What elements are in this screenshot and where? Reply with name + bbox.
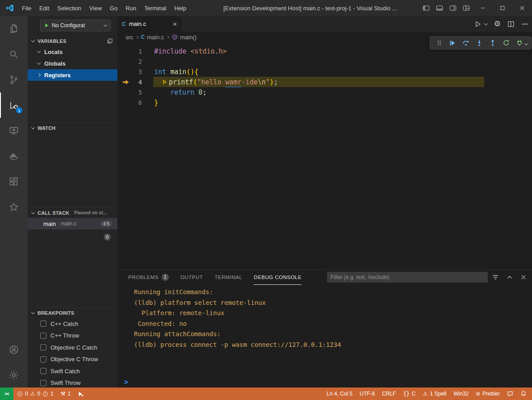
editor-actions: ⚙ [474, 16, 528, 32]
menu-go[interactable]: Go [106, 3, 121, 13]
menu-terminal[interactable]: Terminal [140, 3, 170, 13]
debug-config-dropdown[interactable]: No Configurat [40, 20, 111, 31]
activity-settings[interactable] [0, 362, 28, 388]
checkbox[interactable] [40, 344, 46, 350]
breadcrumb-main-c[interactable]: Cmain.c [141, 34, 164, 41]
c-file-icon: C [141, 34, 145, 40]
activity-accounts[interactable] [0, 337, 28, 362]
code-line[interactable]: 4 printf("hello wamr-ide\n"); [117, 77, 532, 87]
prettier-status[interactable]: ⊘Prettier [472, 388, 503, 400]
split-editor-button[interactable] [507, 21, 515, 28]
toggle-sidebar-button[interactable] [419, 0, 433, 16]
code-editor[interactable]: 1#include <stdio.h>23int main(){4 printf… [117, 42, 532, 269]
breadcrumb-main[interactable]: main() [172, 34, 197, 41]
breakpoint-swift-throw[interactable]: Swift Throw [28, 377, 117, 388]
debug-restart-button[interactable] [500, 38, 512, 48]
eol-selector[interactable]: CRLF [378, 388, 399, 400]
code-line[interactable]: 6} [117, 97, 532, 108]
language-mode[interactable]: {}C [400, 388, 419, 400]
maximize-button[interactable] [493, 0, 512, 16]
close-window-button[interactable] [512, 0, 532, 16]
breakpoint-objective-c-throw[interactable]: Objective C Throw [28, 354, 117, 366]
activity-extensions[interactable] [0, 169, 28, 194]
tools-count[interactable]: ⚒1 [57, 388, 74, 400]
remote-indicator[interactable]: >< [0, 388, 13, 400]
debug-disconnect-button[interactable] [513, 38, 525, 48]
menu-help[interactable]: Help [170, 3, 190, 13]
code-text: return 0; [142, 88, 206, 96]
customize-layout-button[interactable] [460, 0, 473, 16]
console-line: (lldb) platform select remote-linux [134, 298, 532, 308]
warning-icon: ⚠ [30, 391, 35, 397]
activity-explorer[interactable] [0, 16, 28, 42]
variables-scope-locals[interactable]: Locals [28, 46, 117, 58]
close-panel-button[interactable] [520, 274, 527, 280]
code-line[interactable]: 3int main(){ [117, 67, 532, 77]
breakpoints-section-header[interactable]: BREAKPOINTS [28, 308, 117, 318]
run-button[interactable] [474, 21, 482, 28]
menu-file[interactable]: File [18, 3, 35, 13]
variables-scope-registers[interactable]: Registers [28, 69, 117, 81]
activity-remote-explorer[interactable] [0, 118, 28, 143]
debug-step-into-button[interactable] [473, 38, 485, 48]
activity-source-control[interactable] [0, 67, 28, 92]
settings-gear-button[interactable]: ⚙ [494, 20, 501, 28]
checkbox[interactable] [40, 356, 46, 362]
console-filter-input[interactable] [327, 272, 488, 283]
menu-selection[interactable]: Selection [53, 3, 85, 13]
toggle-secondary-sidebar-button[interactable] [446, 0, 460, 16]
panel-tab-problems[interactable]: PROBLEMS1 [128, 270, 169, 285]
variables-section-header[interactable]: VARIABLES [28, 36, 117, 46]
problems-status[interactable]: 0⚠01 [13, 388, 57, 400]
checkbox[interactable] [40, 380, 46, 386]
filter-lines-button[interactable] [492, 274, 499, 281]
encoding-selector[interactable]: UTF-8 [356, 388, 378, 400]
call-stack-section-header[interactable]: CALL STACK Paused on st... [28, 208, 117, 218]
breadcrumb-label: main() [180, 34, 197, 41]
watch-section-header[interactable]: WATCH [28, 123, 117, 133]
breakpoint-gutter[interactable] [117, 79, 134, 85]
activity-run-and-debug[interactable]: 1 [0, 92, 28, 118]
stack-frame-row[interactable]: main main.c 4:5 [28, 218, 117, 229]
spell-checker-status[interactable]: ⚠1 Spell [419, 388, 450, 400]
toggle-panel-button[interactable] [433, 0, 446, 16]
maximize-panel-button[interactable] [507, 274, 513, 280]
code-text: printf("hello wamr-ide\n"); [142, 78, 278, 86]
breadcrumb-src[interactable]: src [126, 34, 133, 41]
menu-edit[interactable]: Edit [35, 3, 53, 13]
more-actions-button[interactable] [521, 21, 528, 28]
activity-docker[interactable] [0, 143, 28, 169]
panel-tab-terminal[interactable]: TERMINAL [214, 270, 242, 285]
chevron-down-icon [31, 210, 35, 214]
checkbox[interactable] [40, 333, 46, 339]
panel-tab-debug-console[interactable]: DEBUG CONSOLE [254, 270, 302, 285]
feedback[interactable] [503, 388, 517, 400]
notifications-bell[interactable] [517, 388, 530, 400]
code-line[interactable]: 5 return 0; [117, 87, 532, 97]
close-tab-icon[interactable]: × [173, 21, 177, 27]
minimize-button[interactable] [473, 0, 493, 16]
menu-view[interactable]: View [85, 3, 106, 13]
breadcrumb-label: main.c [147, 34, 164, 41]
debug-step-over-button[interactable] [460, 38, 472, 48]
debug-continue-button[interactable] [446, 38, 458, 48]
variables-scope-globals[interactable]: Globals [28, 58, 117, 69]
debug-status[interactable] [74, 388, 87, 400]
tab-main-c[interactable]: C main.c × [117, 16, 181, 32]
debug-step-out-button[interactable] [486, 38, 498, 48]
breakpoint-c-catch[interactable]: C++ Catch [28, 318, 117, 330]
platform-toolchain[interactable]: Win32 [450, 388, 472, 400]
cursor-position[interactable]: Ln 4, Col 5 [323, 388, 356, 400]
checkbox[interactable] [40, 321, 46, 327]
code-line[interactable]: 2 [117, 56, 532, 67]
breakpoint-objective-c-catch[interactable]: Objective C Catch [28, 342, 117, 354]
collapse-all-icon[interactable] [107, 38, 113, 44]
activity-star[interactable] [0, 194, 28, 220]
panel-tab-output[interactable]: OUTPUT [180, 270, 203, 285]
breakpoint-c-throw[interactable]: C++ Throw [28, 330, 117, 342]
menu-run[interactable]: Run [121, 3, 140, 13]
activity-search[interactable] [0, 42, 28, 67]
debug-console-input-prompt[interactable]: > [124, 378, 128, 386]
checkbox[interactable] [40, 368, 46, 374]
breakpoint-swift-catch[interactable]: Swift Catch [28, 365, 117, 377]
